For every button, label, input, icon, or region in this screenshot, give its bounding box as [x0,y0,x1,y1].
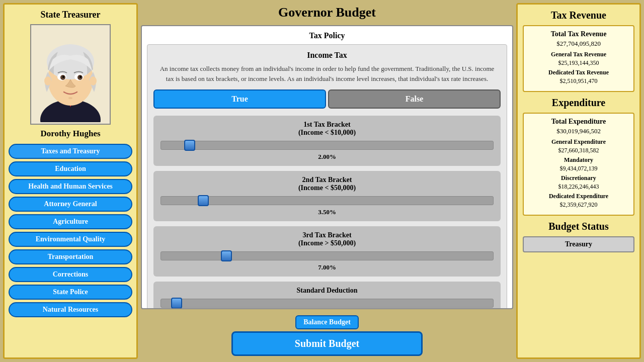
treasury-status-box: Treasury [523,236,634,252]
svg-point-8 [90,76,97,85]
bracket-1-slider-track[interactable] [160,141,494,150]
bracket-2: 2nd Tax Bracket (Income < $50,000) 3.50% [153,171,501,221]
nav-buttons: Taxes and Treasury Education Health and … [9,144,132,317]
bracket-1-slider-container[interactable] [160,141,494,150]
bracket-2-slider-track[interactable] [160,196,494,205]
bracket-3-title: 3rd Tax Bracket (Income > $50,000) [160,231,494,247]
dedicated-tax-revenue-value: $2,510,951,470 [528,77,629,85]
balance-budget-button[interactable]: Balance Budget [295,315,359,329]
expenditure-title: Expenditure [523,97,634,109]
income-tax-description: An income tax collects money from an ind… [153,64,501,83]
bracket-deduction-title: Standard Deduction [160,287,494,295]
toggle-row: True False [153,89,501,109]
center-panel: Governor Budget Tax Policy Income Tax An… [141,3,513,359]
general-expenditure-value: $27,660,318,582 [528,147,629,154]
dedicated-expenditure-label: Dedicated Expenditure [528,193,629,200]
panel-title: State Treasurer [40,10,100,20]
bracket-deduction-slider-thumb[interactable] [171,298,182,308]
bracket-3-slider-track[interactable] [160,251,494,260]
nav-btn-education[interactable]: Education [9,161,132,176]
general-tax-revenue-label: General Tax Revenue [528,51,629,58]
toggle-false-button[interactable]: False [328,89,501,109]
right-panel: Tax Revenue Total Tax Revenue $27,704,09… [516,3,641,359]
income-tax-title: Income Tax [153,51,501,60]
bottom-buttons: Balance Budget Submit Budget [141,312,513,359]
dedicated-tax-revenue-label: Dedicated Tax Revenue [528,69,629,76]
total-tax-revenue-value: $27,704,095,820 [528,40,629,48]
mandatory-value: $9,434,072,139 [528,165,629,172]
budget-status-title: Budget Status [523,221,634,232]
tax-revenue-box: Total Tax Revenue $27,704,095,820 Genera… [523,25,634,92]
bracket-2-title: 2nd Tax Bracket (Income < $50,000) [160,176,494,192]
bracket-1: 1st Tax Bracket (Income < $10,000) 2.00% [153,116,501,166]
discretionary-value: $18,226,246,443 [528,183,629,191]
svg-point-14 [79,76,82,78]
bracket-deduction: Standard Deduction [153,282,501,308]
general-expenditure-label: General Expenditure [528,138,629,146]
treasury-label: Treasury [527,240,630,248]
nav-btn-agriculture[interactable]: Agriculture [9,214,132,229]
nav-btn-taxes[interactable]: Taxes and Treasury [9,144,132,159]
bracket-3: 3rd Tax Bracket (Income > $50,000) 7.00% [153,226,501,277]
avatar [33,27,108,122]
expenditure-box: Total Expenditure $30,019,946,502 Genera… [523,113,634,216]
submit-budget-button[interactable]: Submit Budget [231,331,423,356]
discretionary-label: Discretionary [528,174,629,182]
bracket-2-slider-thumb[interactable] [198,195,209,206]
app-title: Governor Budget [141,3,513,22]
bracket-deduction-slider-track[interactable] [160,299,494,308]
bracket-3-slider-container[interactable] [160,251,494,260]
total-expenditure-label: Total Expenditure [528,118,629,126]
nav-btn-natural-resources[interactable]: Natural Resources [9,302,132,317]
svg-point-15 [68,97,72,99]
nav-btn-corrections[interactable]: Corrections [9,267,132,282]
nav-btn-transportation[interactable]: Transportation [9,249,132,264]
avatar-container [30,24,111,125]
bracket-3-value: 7.00% [160,263,494,272]
general-tax-revenue-value: $25,193,144,350 [528,59,629,67]
section-title: Tax Policy [147,31,507,40]
total-tax-revenue-label: Total Tax Revenue [528,30,629,38]
nav-btn-health[interactable]: Health and Human Services [9,179,132,194]
nav-btn-state-police[interactable]: State Police [9,285,132,300]
bracket-2-value: 3.50% [160,208,494,216]
bracket-1-title: 1st Tax Bracket (Income < $10,000) [160,121,494,137]
svg-point-7 [44,76,51,85]
bracket-2-slider-container[interactable] [160,196,494,205]
content-inner[interactable]: Tax Policy Income Tax An income tax coll… [142,26,512,308]
bracket-3-slider-thumb[interactable] [221,250,232,261]
treasurer-name: Dorothy Hughes [40,129,100,139]
bracket-deduction-slider-container[interactable] [160,299,494,308]
bracket-1-value: 2.00% [160,153,494,161]
mandatory-label: Mandatory [528,156,629,164]
toggle-true-button[interactable]: True [153,89,326,109]
bracket-1-slider-thumb[interactable] [184,140,195,151]
tax-revenue-title: Tax Revenue [523,10,634,21]
total-expenditure-value: $30,019,946,502 [528,127,629,135]
nav-btn-environment[interactable]: Environmental Quality [9,232,132,247]
left-panel: State Treasurer [3,3,138,359]
dedicated-expenditure-value: $2,359,627,920 [528,201,629,209]
nav-btn-attorney[interactable]: Attorney General [9,197,132,212]
svg-point-13 [62,76,64,78]
content-area: Tax Policy Income Tax An income tax coll… [141,25,513,309]
